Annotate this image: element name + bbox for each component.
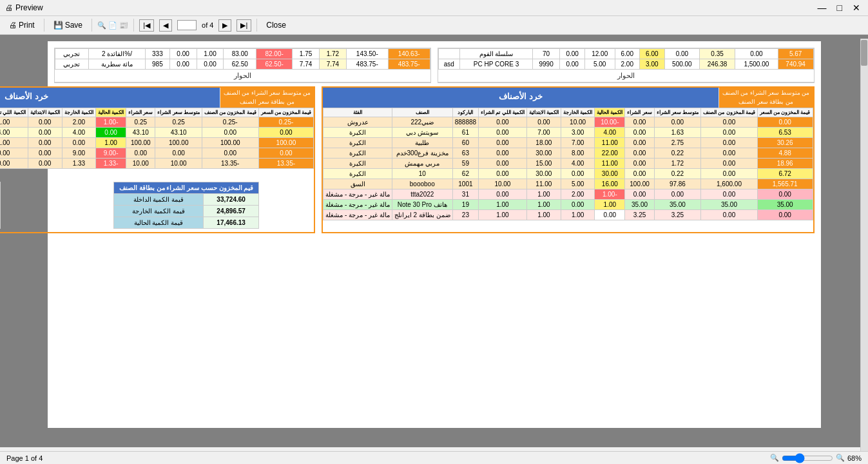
summary-left-table: قيم المخزون حسب سعر الشراء من بطاقة الصن…	[113, 182, 259, 229]
left-header-label: من متوسط سعر الشراء من الصنف من بطاقة سع…	[719, 88, 813, 108]
app-icon: 🖨	[5, 3, 13, 12]
close-button[interactable]: Close	[262, 19, 290, 31]
summary-row: 38,231.00قيمة الكمية الخارجة	[0, 206, 1, 217]
title-bar: 🖨 Preview — □ ✕	[0, 0, 868, 16]
summary-right-header: قيم المخزون من متوسط سعر الشراء	[0, 182, 1, 194]
print-button[interactable]: 🖨 Print	[5, 19, 39, 31]
top-right-title: الحوار	[55, 70, 430, 82]
separator3	[133, 19, 134, 32]
table-row: 6.530.001.630.004.003.007.000.0061سويتش …	[323, 128, 813, 138]
main-tables-row: من متوسط سعر الشراء من الصنف من بطاقة سع…	[54, 86, 815, 233]
right-header: من متوسط سعر الشراء من الصنف من بطاقة سع…	[0, 88, 314, 108]
right-main-table: قيمة المخزون من السعر قيمة المخزون من ال…	[0, 108, 314, 169]
table-row: 4.880.000.220.0022.008.0030.000.0063مخزي…	[323, 148, 813, 159]
table-row: -140.63 -143.50 1.72 1.75 -82.00 83.00 1…	[55, 49, 430, 59]
top-right-table: -140.63 -143.50 1.72 1.75 -82.00 83.00 1…	[55, 48, 430, 70]
minimize-btn[interactable]: —	[815, 3, 829, 13]
prev-page-btn[interactable]: ◀	[159, 19, 172, 32]
table-row: 0.000.000.000.00-10.0010.000.000.0088888…	[323, 117, 813, 128]
last-page-btn[interactable]: ▶|	[236, 19, 251, 32]
table-row: 35.0035.0035.0035.001.000.001.001.0019ها…	[323, 200, 813, 210]
summary-row: 33,724.60قيمة الكمية الداخلة	[113, 194, 258, 206]
right-main-section: من متوسط سعر الشراء من الصنف من بطاقة سع…	[0, 86, 315, 233]
close-btn[interactable]: ✕	[850, 3, 863, 13]
left-main-section: من متوسط سعر الشراء من الصنف من بطاقة سع…	[322, 86, 814, 233]
summary-row: 17,466.13قيمة الكمية الحالية	[113, 217, 258, 229]
scrollbar[interactable]	[860, 39, 868, 447]
left-blue-header: خرد الأصناف	[323, 88, 719, 108]
printer-icon: 🖨	[9, 21, 17, 30]
table-row: -0.25-0.250.250.25-1.002.000.001.00208 م…	[0, 117, 314, 128]
toolbar: 🖨 Print 💾 Save 🔍 📄 📰 |◀ ◀ 1 of 4 ▶ ▶| Cl…	[0, 16, 868, 35]
table-row: 0.000.000.000.00-9.009.000.000.000000170…	[0, 148, 314, 159]
separator4	[256, 19, 257, 32]
column-headers-right: قيمة المخزون من السعر قيمة المخزون من ال…	[0, 108, 314, 117]
left-main-table: قيمة المخزون من السعر قيمة المخزون من ال…	[323, 108, 813, 220]
next-page-btn[interactable]: ▶	[218, 19, 231, 32]
first-page-btn[interactable]: |◀	[139, 19, 154, 32]
summary-row: 24,896.57قيمة الكمية الخارجة	[113, 206, 258, 217]
content-area[interactable]: 5.67 0.00 0.35 0.00 6.00 6.00 12.00 0.00…	[0, 35, 868, 447]
summary-row: 33,635.46قيمة الكمية الداخلة	[0, 194, 1, 206]
table-row: 100.00100.00100.00100.001.000.000.001.00…	[0, 138, 314, 148]
table-row: 0.000.003.253.250.001.001.001.0023ضمن بط…	[323, 210, 813, 220]
summary-left-header: قيم المخزون حسب سعر الشراء من بطاقة الصن…	[113, 182, 258, 194]
right-blue-header: خرد الأصناف	[0, 88, 220, 108]
table-row: 5.67 0.00 0.35 0.00 6.00 6.00 12.00 0.00…	[438, 49, 813, 59]
right-header-label: من متوسط سعر الشراء من الصنف من بطاقة سع…	[220, 88, 314, 108]
separator	[44, 19, 44, 32]
table-row: 6.720.000.220.0030.000.0030.000.006210ال…	[323, 169, 813, 179]
left-header: من متوسط سعر الشراء من الصنف من بطاقة سع…	[323, 88, 813, 108]
table-row: 0.000.0043.1043.100.004.000.004.009TEST …	[0, 128, 314, 138]
summary-right-table: قيم المخزون من متوسط سعر الشراء 33,635.4…	[0, 182, 1, 229]
save-icon: 💾	[53, 21, 63, 30]
top-left-title: الحوار	[438, 70, 814, 82]
summary-row: 969.38قيمة الكمية الحالية	[0, 217, 1, 229]
page: 5.67 0.00 0.35 0.00 6.00 6.00 12.00 0.00…	[48, 41, 821, 428]
top-left-section: 5.67 0.00 0.35 0.00 6.00 6.00 12.00 0.00…	[438, 48, 815, 83]
scroll-thumb[interactable]	[861, 40, 867, 66]
table-row: 18.960.001.720.0011.004.0015.000.0059مرب…	[323, 159, 813, 169]
column-headers: قيمة المخزون من السعر قيمة المخزون من ال…	[323, 108, 813, 117]
window-controls[interactable]: — □ ✕	[815, 3, 863, 13]
separator2	[92, 19, 92, 32]
table-row: 1,565.711,600.0097.86100.0016.005.0011.0…	[323, 179, 813, 189]
top-right-section: -140.63 -143.50 1.72 1.75 -82.00 83.00 1…	[54, 48, 431, 83]
summary-area: قيم المخزون حسب سعر الشراء من بطاقة الصن…	[0, 179, 314, 232]
table-row: -483.75 -483.75 7.74 7.74 -62.50 62.50 0…	[55, 59, 430, 70]
top-tables-row: 5.67 0.00 0.35 0.00 6.00 6.00 12.00 0.00…	[54, 48, 815, 83]
toolbar-icons: 🔍 📄 📰	[97, 21, 128, 30]
save-button[interactable]: 💾 Save	[50, 19, 86, 31]
window-title: Preview	[15, 3, 43, 12]
table-row: -13.35-13.3510.0010.00-1.331.330.000.009…	[0, 159, 314, 169]
table-row: 0.000.000.000.00-1.002.001.000.0031ttta2…	[323, 189, 813, 200]
page-total: of 4	[202, 21, 213, 29]
page-number-input[interactable]: 1	[177, 20, 197, 30]
top-left-table: 5.67 0.00 0.35 0.00 6.00 6.00 12.00 0.00…	[438, 48, 814, 70]
table-row: 740.94 1,500.00 246.38 500.00 3.00 2.00 …	[438, 59, 813, 70]
maximize-btn[interactable]: □	[834, 3, 845, 13]
table-row: 30.260.002.750.0011.007.0018.000.0060طلب…	[323, 138, 813, 148]
